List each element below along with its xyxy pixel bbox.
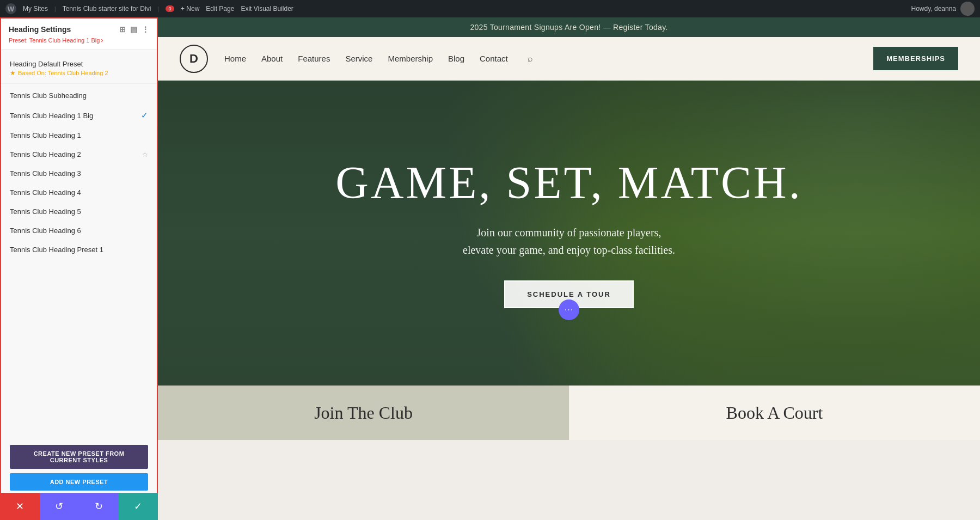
my-sites-label: My Sites — [23, 5, 48, 13]
admin-my-sites[interactable]: My Sites — [23, 5, 48, 13]
create-preset-button[interactable]: CREATE NEW PRESET FROM CURRENT STYLES — [10, 445, 148, 469]
admin-bar: W My Sites | Tennis Club starter site fo… — [0, 0, 980, 17]
redo-button[interactable]: ↻ — [79, 493, 119, 520]
preset-item-4[interactable]: Tennis Club Heading 3 — [1, 164, 157, 183]
preset-list: Heading Default Preset ★ Based On: Tenni… — [1, 50, 157, 438]
preset-item-5[interactable]: Tennis Club Heading 4 — [1, 183, 157, 202]
bottom-cards: Join The Club Book A Court — [158, 386, 980, 440]
nav-about[interactable]: About — [261, 54, 283, 63]
preset-item-8[interactable]: Tennis Club Heading Preset 1 — [1, 240, 157, 259]
panel-columns-icon[interactable]: ▤ — [130, 25, 137, 34]
hero-subtitle-line2: elevate your game, and enjoy top-class f… — [463, 244, 675, 256]
website-preview: 2025 Tournament Signups Are Open! — Regi… — [158, 17, 980, 520]
wordpress-icon[interactable]: W — [5, 3, 16, 14]
site-name-label: Tennis Club starter site for Divi — [63, 5, 151, 13]
preset-name-3: Tennis Club Heading 2 — [10, 150, 81, 158]
hero-subtitle: Join our community of passionate players… — [335, 224, 802, 259]
panel-more-icon[interactable]: ⋮ — [142, 25, 149, 34]
nav-service[interactable]: Service — [345, 54, 372, 63]
default-preset-sub: ★ Based On: Tennis Club Heading 2 — [10, 69, 108, 77]
search-icon[interactable]: ⌕ — [528, 54, 533, 64]
preset-item-3[interactable]: Tennis Club Heading 2 ☆ — [1, 145, 157, 164]
panel-title-text: Heading Settings — [9, 25, 71, 34]
panel-preset-label[interactable]: Preset: Tennis Club Heading 1 Big — [9, 36, 149, 44]
preset-item-default[interactable]: Heading Default Preset ★ Based On: Tenni… — [1, 54, 157, 84]
preset-name-5: Tennis Club Heading 4 — [10, 188, 81, 197]
join-club-label: Join The Club — [314, 403, 413, 423]
panel-title-row: Heading Settings ⊞ ▤ ⋮ — [9, 25, 149, 34]
preset-item-2[interactable]: Tennis Club Heading 1 — [1, 126, 157, 145]
hero-content: GAME, SET, MATCH. Join our community of … — [314, 158, 824, 308]
preset-name-0: Tennis Club Subheading — [10, 91, 87, 100]
admin-edit-page[interactable]: Edit Page — [206, 5, 234, 13]
admin-user: Howdy, deanna — [911, 2, 975, 16]
new-label: + New — [181, 5, 199, 13]
preset-name-1: Tennis Club Heading 1 Big — [10, 112, 93, 120]
check-icon: ✓ — [141, 111, 148, 120]
preset-name-4: Tennis Club Heading 3 — [10, 169, 81, 178]
admin-site-name[interactable]: Tennis Club starter site for Divi — [63, 5, 151, 13]
site-logo[interactable]: D — [180, 45, 208, 73]
comment-count: 0 — [166, 5, 174, 12]
hero-subtitle-line1: Join our community of passionate players… — [477, 227, 661, 238]
sep2: | — [157, 6, 159, 12]
star-icon: ★ — [10, 69, 16, 77]
nav-features[interactable]: Features — [298, 54, 330, 63]
nav-blog[interactable]: Blog — [448, 54, 464, 63]
exit-builder-label: Exit Visual Builder — [241, 5, 293, 13]
float-dot-menu[interactable]: ··· — [559, 299, 579, 320]
add-preset-button[interactable]: ADD NEW PRESET — [10, 473, 148, 491]
howdy-label: Howdy, deanna — [911, 5, 957, 13]
panel-actions: CREATE NEW PRESET FROM CURRENT STYLES AD… — [1, 438, 157, 497]
site-header: D Home About Features Service Membership… — [158, 37, 980, 81]
preset-name-6: Tennis Club Heading 5 — [10, 207, 81, 216]
preset-name-8: Tennis Club Heading Preset 1 — [10, 246, 103, 254]
edit-page-label: Edit Page — [206, 5, 234, 13]
bottom-toolbar: ✕ ↺ ↻ ✓ — [0, 493, 158, 520]
preset-item-0[interactable]: Tennis Club Subheading — [1, 86, 157, 105]
undo-button[interactable]: ↺ — [40, 493, 79, 520]
join-club-card[interactable]: Join The Club — [158, 386, 569, 440]
preset-item-6[interactable]: Tennis Club Heading 5 — [1, 202, 157, 221]
admin-comments[interactable]: 0 — [166, 5, 174, 12]
preset-name-2: Tennis Club Heading 1 — [10, 131, 81, 139]
nav-membership[interactable]: Membership — [388, 54, 433, 63]
announcement-text: 2025 Tournament Signups Are Open! — Regi… — [470, 23, 667, 32]
cancel-button[interactable]: ✕ — [0, 493, 40, 520]
announcement-bar: 2025 Tournament Signups Are Open! — Regi… — [158, 17, 980, 37]
admin-new[interactable]: + New — [181, 5, 199, 13]
preset-item-7[interactable]: Tennis Club Heading 6 — [1, 221, 157, 240]
book-court-label: Book A Court — [726, 403, 823, 423]
site-nav: Home About Features Service Membership B… — [224, 54, 862, 64]
sep1: | — [54, 6, 56, 12]
panel-header: Heading Settings ⊞ ▤ ⋮ Preset: Tennis Cl… — [1, 19, 157, 50]
memberships-cta-button[interactable]: MEMBERSHIPS — [873, 47, 958, 70]
preset-name-7: Tennis Club Heading 6 — [10, 227, 81, 235]
panel-grid-icon[interactable]: ⊞ — [119, 25, 126, 34]
preset-item-1[interactable]: Tennis Club Heading 1 Big ✓ — [1, 105, 157, 126]
book-court-card[interactable]: Book A Court — [569, 386, 980, 440]
nav-contact[interactable]: Contact — [480, 54, 508, 63]
panel-title-icons: ⊞ ▤ ⋮ — [119, 25, 149, 34]
panel-edge-dots: ⋮ — [977, 71, 980, 83]
default-preset-name: Heading Default Preset — [10, 60, 108, 68]
save-button[interactable]: ✓ — [119, 493, 158, 520]
hero-section: GAME, SET, MATCH. Join our community of … — [158, 81, 980, 386]
star-outline-icon: ☆ — [142, 151, 148, 158]
admin-exit-builder[interactable]: Exit Visual Builder — [241, 5, 293, 13]
default-preset-based: Based On: Tennis Club Heading 2 — [18, 70, 108, 76]
hero-title: GAME, SET, MATCH. — [335, 158, 802, 208]
nav-home[interactable]: Home — [224, 54, 246, 63]
heading-settings-panel: Heading Settings ⊞ ▤ ⋮ Preset: Tennis Cl… — [0, 17, 158, 520]
